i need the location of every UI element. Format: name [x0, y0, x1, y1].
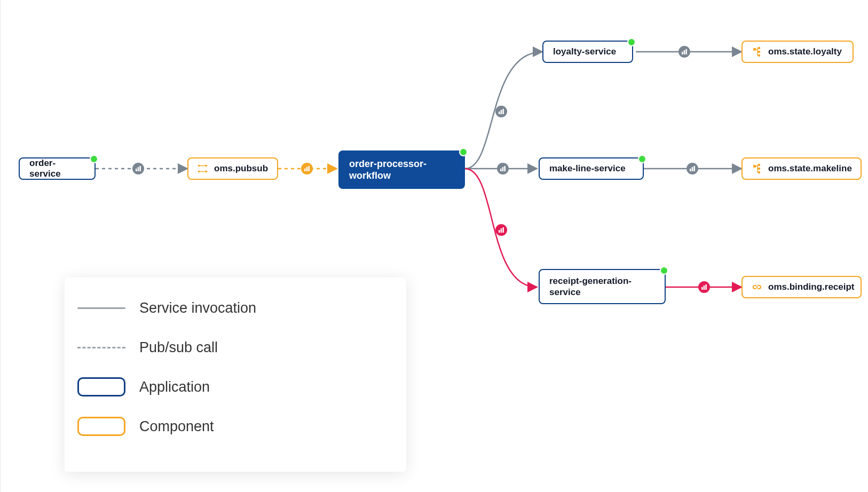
node-oms-pubsub[interactable]: oms.pubsub	[187, 157, 278, 180]
svg-rect-23	[705, 284, 707, 290]
state-icon	[752, 47, 762, 57]
node-order-service[interactable]: order-service	[19, 157, 96, 180]
metric-icon[interactable]	[678, 46, 690, 58]
svg-rect-34	[758, 168, 760, 170]
node-order-processor-workflow[interactable]: order-processor-workflow	[338, 150, 465, 189]
svg-rect-29	[758, 47, 760, 49]
legend-label: Pub/sub call	[139, 339, 218, 356]
node-label: oms.state.makeline	[768, 163, 852, 174]
metric-icon[interactable]	[698, 281, 710, 293]
legend-row-component: Component	[77, 407, 393, 446]
node-oms-state-loyalty[interactable]: oms.state.loyalty	[741, 41, 854, 63]
node-label: order-processor-workflow	[349, 158, 454, 182]
metric-icon[interactable]	[686, 163, 698, 174]
diagram-canvas: order-service oms.pubsub order-processor…	[0, 0, 868, 492]
solid-line-icon	[77, 307, 125, 309]
status-dot-icon	[627, 38, 636, 46]
svg-rect-0	[136, 169, 137, 171]
metric-icon[interactable]	[495, 106, 507, 117]
node-label: oms.pubsub	[214, 163, 268, 174]
svg-rect-4	[306, 167, 308, 171]
svg-rect-2	[139, 166, 141, 171]
svg-rect-30	[758, 51, 760, 53]
app-swatch-icon	[77, 377, 125, 396]
legend-row-service-invocation: Service invocation	[77, 288, 393, 328]
svg-rect-14	[502, 227, 504, 233]
pubsub-icon	[198, 164, 208, 173]
legend-label: Application	[139, 379, 210, 395]
status-dot-icon	[459, 148, 468, 156]
status-dot-icon	[90, 155, 98, 163]
metric-icon[interactable]	[132, 163, 144, 174]
svg-rect-20	[693, 166, 695, 171]
svg-rect-15	[682, 52, 683, 54]
legend-label: Service invocation	[139, 300, 256, 316]
status-dot-icon	[660, 266, 668, 275]
status-dot-icon	[638, 155, 646, 163]
svg-rect-35	[758, 171, 760, 173]
svg-rect-8	[502, 109, 504, 114]
svg-rect-21	[701, 287, 703, 290]
legend-row-application: Application	[77, 367, 393, 407]
node-oms-binding-receipt[interactable]: oms.binding.receipt	[741, 276, 862, 298]
node-label: order-service	[29, 158, 85, 179]
svg-rect-33	[758, 164, 760, 166]
svg-rect-12	[499, 230, 500, 233]
node-make-line-service[interactable]: make-line-service	[539, 157, 644, 180]
svg-rect-10	[502, 167, 504, 171]
svg-rect-22	[704, 285, 705, 290]
node-label: oms.binding.receipt	[768, 282, 855, 292]
svg-rect-19	[692, 167, 693, 171]
svg-rect-7	[501, 110, 502, 114]
svg-rect-9	[500, 169, 502, 171]
node-label: receipt-generation-service	[549, 275, 655, 298]
svg-rect-28	[753, 48, 756, 51]
svg-rect-18	[690, 169, 691, 171]
metric-icon[interactable]	[301, 163, 313, 174]
state-icon	[752, 164, 762, 173]
svg-rect-3	[304, 169, 306, 171]
svg-rect-5	[308, 166, 310, 171]
comp-swatch-icon	[77, 417, 125, 436]
svg-rect-24	[198, 165, 200, 166]
metric-icon[interactable]	[495, 224, 507, 236]
node-oms-state-makeline[interactable]: oms.state.makeline	[741, 157, 862, 180]
legend-label: Component	[139, 418, 214, 435]
svg-marker-27	[206, 170, 208, 173]
svg-rect-13	[501, 228, 502, 233]
node-label: make-line-service	[549, 163, 626, 174]
node-loyalty-service[interactable]: loyalty-service	[542, 41, 633, 63]
node-receipt-generation-service[interactable]: receipt-generation-service	[539, 269, 666, 304]
dashed-line-icon	[77, 347, 125, 348]
svg-rect-16	[684, 50, 685, 54]
legend-row-pubsub: Pub/sub call	[77, 328, 393, 367]
svg-rect-31	[758, 54, 760, 57]
legend-panel: Service invocation Pub/sub call Applicat…	[65, 277, 406, 472]
svg-rect-1	[138, 167, 139, 171]
svg-rect-17	[685, 49, 687, 54]
svg-rect-6	[499, 112, 500, 114]
node-label: loyalty-service	[553, 46, 616, 57]
svg-rect-11	[504, 166, 506, 171]
metric-icon[interactable]	[497, 163, 509, 174]
svg-rect-25	[198, 171, 200, 172]
svg-marker-26	[206, 164, 208, 167]
node-label: oms.state.loyalty	[768, 46, 842, 57]
link-icon	[752, 282, 762, 292]
svg-rect-32	[753, 165, 756, 168]
